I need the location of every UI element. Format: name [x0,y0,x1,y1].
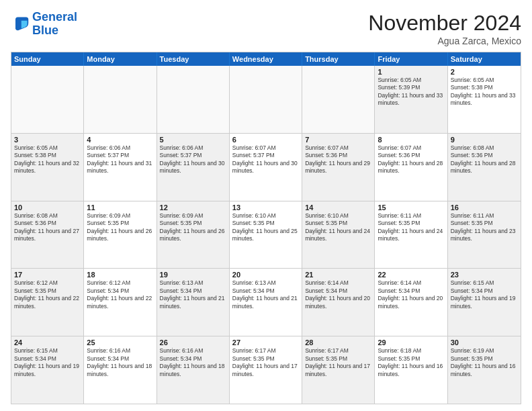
calendar-day-cell: 15Sunrise: 6:11 AM Sunset: 5:35 PM Dayli… [375,201,447,269]
day-number: 21 [305,271,371,279]
day-number: 13 [232,203,299,212]
calendar-day-cell: 19Sunrise: 6:13 AM Sunset: 5:34 PM Dayli… [157,269,230,336]
day-info: Sunrise: 6:07 AM Sunset: 5:37 PM Dayligh… [232,144,299,175]
calendar-header: SundayMondayTuesdayWednesdayThursdayFrid… [11,52,521,66]
day-number: 10 [14,203,81,212]
day-number: 14 [305,203,371,212]
day-number: 30 [451,338,518,347]
day-number: 3 [14,136,81,144]
day-info: Sunrise: 6:09 AM Sunset: 5:35 PM Dayligh… [87,212,153,243]
logo-text: General Blue [32,11,77,38]
day-info: Sunrise: 6:05 AM Sunset: 5:39 PM Dayligh… [378,77,444,107]
day-number: 26 [160,338,226,347]
day-info: Sunrise: 6:11 AM Sunset: 5:35 PM Dayligh… [451,212,518,243]
day-info: Sunrise: 6:09 AM Sunset: 5:35 PM Dayligh… [160,212,226,243]
day-info: Sunrise: 6:06 AM Sunset: 5:37 PM Dayligh… [160,144,226,175]
day-number: 2 [451,68,518,76]
calendar-day-cell: 26Sunrise: 6:16 AM Sunset: 5:34 PM Dayli… [157,336,230,404]
day-info: Sunrise: 6:15 AM Sunset: 5:34 PM Dayligh… [14,347,81,378]
calendar-day-cell: 6Sunrise: 6:07 AM Sunset: 5:37 PM Daylig… [230,134,302,201]
day-info: Sunrise: 6:05 AM Sunset: 5:38 PM Dayligh… [14,144,81,175]
calendar-day-cell: 1Sunrise: 6:05 AM Sunset: 5:39 PM Daylig… [375,66,447,133]
calendar-day-cell: 20Sunrise: 6:13 AM Sunset: 5:34 PM Dayli… [230,269,302,336]
calendar-day-cell: 2Sunrise: 6:05 AM Sunset: 5:38 PM Daylig… [448,66,521,133]
day-number: 20 [232,271,299,279]
day-number: 27 [232,338,299,347]
day-number: 11 [87,203,153,212]
day-info: Sunrise: 6:17 AM Sunset: 5:35 PM Dayligh… [232,347,299,378]
day-info: Sunrise: 6:08 AM Sunset: 5:36 PM Dayligh… [451,144,518,175]
logo-icon [11,15,30,34]
day-number: 8 [378,136,444,144]
day-info: Sunrise: 6:19 AM Sunset: 5:35 PM Dayligh… [451,347,518,378]
calendar-day-cell: 11Sunrise: 6:09 AM Sunset: 5:35 PM Dayli… [84,201,157,269]
calendar-day-cell: 14Sunrise: 6:10 AM Sunset: 5:35 PM Dayli… [302,201,375,269]
day-number: 12 [160,203,226,212]
calendar-day-header: Wednesday [230,52,302,66]
calendar-day-header: Saturday [448,52,521,66]
calendar-day-cell: 21Sunrise: 6:14 AM Sunset: 5:34 PM Dayli… [302,269,375,336]
calendar-body: 1Sunrise: 6:05 AM Sunset: 5:39 PM Daylig… [11,66,521,404]
day-info: Sunrise: 6:13 AM Sunset: 5:34 PM Dayligh… [232,279,299,310]
page: General Blue November 2024 Agua Zarca, M… [0,0,532,411]
calendar-day-cell: 17Sunrise: 6:12 AM Sunset: 5:35 PM Dayli… [11,269,84,336]
day-number: 4 [87,136,153,144]
day-info: Sunrise: 6:07 AM Sunset: 5:36 PM Dayligh… [378,144,444,175]
day-number: 16 [451,203,518,212]
day-info: Sunrise: 6:15 AM Sunset: 5:34 PM Dayligh… [451,279,518,310]
calendar-day-cell: 12Sunrise: 6:09 AM Sunset: 5:35 PM Dayli… [157,201,230,269]
day-number: 15 [378,203,444,212]
day-info: Sunrise: 6:12 AM Sunset: 5:34 PM Dayligh… [87,279,153,310]
logo-line2: Blue [32,24,58,37]
day-number: 25 [87,338,153,347]
calendar-day-cell: 16Sunrise: 6:11 AM Sunset: 5:35 PM Dayli… [448,201,521,269]
day-number: 24 [14,338,81,347]
month-title: November 2024 [368,11,521,36]
day-number: 7 [305,136,371,144]
calendar-day-cell: 28Sunrise: 6:17 AM Sunset: 5:35 PM Dayli… [302,336,375,404]
calendar-day-cell [157,66,230,133]
calendar-day-cell [11,66,84,133]
calendar-day-header: Thursday [302,52,375,66]
calendar-day-cell [230,66,302,133]
day-number: 23 [451,271,518,279]
calendar-week-row: 3Sunrise: 6:05 AM Sunset: 5:38 PM Daylig… [11,134,521,201]
day-info: Sunrise: 6:16 AM Sunset: 5:34 PM Dayligh… [87,347,153,378]
day-info: Sunrise: 6:18 AM Sunset: 5:35 PM Dayligh… [378,347,444,378]
day-number: 18 [87,271,153,279]
day-number: 6 [232,136,299,144]
day-info: Sunrise: 6:12 AM Sunset: 5:35 PM Dayligh… [14,279,81,310]
calendar-day-cell: 25Sunrise: 6:16 AM Sunset: 5:34 PM Dayli… [84,336,157,404]
day-info: Sunrise: 6:16 AM Sunset: 5:34 PM Dayligh… [160,347,226,378]
calendar: SundayMondayTuesdayWednesdayThursdayFrid… [11,52,521,404]
calendar-day-header: Monday [84,52,157,66]
logo: General Blue [11,11,77,38]
day-info: Sunrise: 6:07 AM Sunset: 5:36 PM Dayligh… [305,144,371,175]
calendar-week-row: 1Sunrise: 6:05 AM Sunset: 5:39 PM Daylig… [11,66,521,134]
day-info: Sunrise: 6:11 AM Sunset: 5:35 PM Dayligh… [378,212,444,243]
day-number: 17 [14,271,81,279]
day-info: Sunrise: 6:05 AM Sunset: 5:38 PM Dayligh… [451,77,518,107]
calendar-day-cell [302,66,375,133]
calendar-day-header: Tuesday [157,52,230,66]
title-block: November 2024 Agua Zarca, Mexico [368,11,521,46]
day-number: 1 [378,68,444,76]
calendar-week-row: 10Sunrise: 6:08 AM Sunset: 5:36 PM Dayli… [11,201,521,269]
day-info: Sunrise: 6:17 AM Sunset: 5:35 PM Dayligh… [305,347,371,378]
calendar-day-cell: 30Sunrise: 6:19 AM Sunset: 5:35 PM Dayli… [448,336,521,404]
calendar-day-cell: 27Sunrise: 6:17 AM Sunset: 5:35 PM Dayli… [230,336,302,404]
calendar-week-row: 24Sunrise: 6:15 AM Sunset: 5:34 PM Dayli… [11,336,521,404]
day-info: Sunrise: 6:10 AM Sunset: 5:35 PM Dayligh… [232,212,299,243]
calendar-day-cell: 3Sunrise: 6:05 AM Sunset: 5:38 PM Daylig… [11,134,84,201]
location: Agua Zarca, Mexico [368,36,521,46]
calendar-day-cell: 10Sunrise: 6:08 AM Sunset: 5:36 PM Dayli… [11,201,84,269]
day-info: Sunrise: 6:14 AM Sunset: 5:34 PM Dayligh… [378,279,444,310]
calendar-day-cell: 23Sunrise: 6:15 AM Sunset: 5:34 PM Dayli… [448,269,521,336]
header: General Blue November 2024 Agua Zarca, M… [11,11,521,46]
calendar-day-cell: 9Sunrise: 6:08 AM Sunset: 5:36 PM Daylig… [448,134,521,201]
calendar-day-cell: 24Sunrise: 6:15 AM Sunset: 5:34 PM Dayli… [11,336,84,404]
calendar-day-cell: 7Sunrise: 6:07 AM Sunset: 5:36 PM Daylig… [302,134,375,201]
calendar-day-cell: 29Sunrise: 6:18 AM Sunset: 5:35 PM Dayli… [375,336,447,404]
day-info: Sunrise: 6:08 AM Sunset: 5:36 PM Dayligh… [14,212,81,243]
day-info: Sunrise: 6:14 AM Sunset: 5:34 PM Dayligh… [305,279,371,310]
